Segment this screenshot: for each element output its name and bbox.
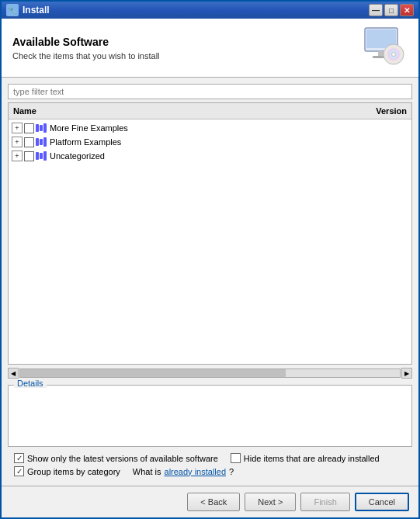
hide-installed-option: Hide items that are already installed (231, 453, 380, 463)
what-is-suffix: ? (229, 467, 234, 476)
header-text: Available Software Check the items that … (12, 36, 160, 61)
list-item[interactable]: + Platform Examples (9, 135, 411, 149)
scroll-left-button[interactable]: ◀ (8, 368, 19, 379)
finish-button[interactable]: Finish (300, 493, 349, 511)
title-controls: — □ ✕ (369, 4, 414, 16)
what-is-prefix: What is (133, 467, 161, 476)
window-icon: 🔧 (6, 4, 19, 16)
tree-body: + More Fine Examples + (9, 119, 411, 164)
details-section: Details (8, 385, 412, 447)
header-subtitle: Check the items that you wish to install (12, 51, 160, 61)
header-section: Available Software Check the items that … (2, 19, 418, 78)
item-label-2: Platform Examples (50, 137, 121, 147)
item-icon-1 (36, 123, 47, 133)
filter-input[interactable] (8, 84, 412, 99)
hide-installed-label: Hide items that are already installed (244, 454, 380, 463)
button-bar: < Back Next > Finish Cancel (2, 486, 418, 517)
group-by-category-label: Group items by category (27, 467, 120, 476)
back-button[interactable]: < Back (187, 493, 240, 511)
already-installed-link[interactable]: already installed (165, 467, 227, 476)
item-label-1: More Fine Examples (50, 123, 128, 133)
monitor-cd-icon (361, 26, 408, 69)
expand-button-3[interactable]: + (12, 151, 23, 161)
column-header-version: Version (346, 105, 408, 117)
details-box (8, 385, 412, 447)
list-item[interactable]: + Uncategorized (9, 149, 411, 163)
options-row-1: Show only the latest versions of availab… (14, 453, 406, 463)
group-by-category-checkbox[interactable] (14, 466, 24, 476)
window-title: Install (23, 5, 50, 16)
header-icon (361, 26, 408, 69)
title-bar-text: 🔧 Install (6, 4, 369, 16)
expand-button-1[interactable]: + (12, 123, 23, 133)
content-section: Name Version + More Fine Examples (2, 78, 418, 486)
close-button[interactable]: ✕ (400, 4, 414, 16)
item-checkbox-3[interactable] (24, 151, 34, 161)
cancel-button[interactable]: Cancel (355, 493, 409, 511)
item-icon-2 (36, 137, 47, 147)
show-latest-option: Show only the latest versions of availab… (14, 453, 218, 463)
expand-button-2[interactable]: + (12, 137, 23, 147)
what-is-row: What is already installed ? (133, 467, 234, 476)
column-header-name: Name (12, 105, 346, 117)
item-checkbox-1[interactable] (24, 123, 34, 133)
options-section: Show only the latest versions of availab… (8, 450, 412, 479)
maximize-button[interactable]: □ (384, 4, 398, 16)
tree-header: Name Version (9, 103, 411, 119)
title-bar: 🔧 Install — □ ✕ (2, 2, 418, 19)
minimize-button[interactable]: — (369, 4, 383, 16)
tree-container: Name Version + More Fine Examples (8, 102, 412, 365)
item-checkbox-2[interactable] (24, 137, 34, 147)
show-latest-label: Show only the latest versions of availab… (27, 454, 218, 463)
item-icon-3 (36, 151, 47, 161)
show-latest-checkbox[interactable] (14, 453, 24, 463)
install-window: 🔧 Install — □ ✕ Available Software Check… (0, 0, 420, 519)
list-item[interactable]: + More Fine Examples (9, 121, 411, 135)
header-title: Available Software (12, 36, 160, 48)
group-by-category-option: Group items by category (14, 466, 120, 476)
options-row-2: Group items by category What is already … (14, 466, 406, 476)
scroll-right-button[interactable]: ▶ (401, 368, 412, 379)
item-label-3: Uncategorized (50, 151, 105, 161)
hide-installed-checkbox[interactable] (231, 453, 241, 463)
details-label: Details (14, 379, 47, 388)
svg-point-7 (393, 54, 395, 56)
next-button[interactable]: Next > (245, 493, 296, 511)
